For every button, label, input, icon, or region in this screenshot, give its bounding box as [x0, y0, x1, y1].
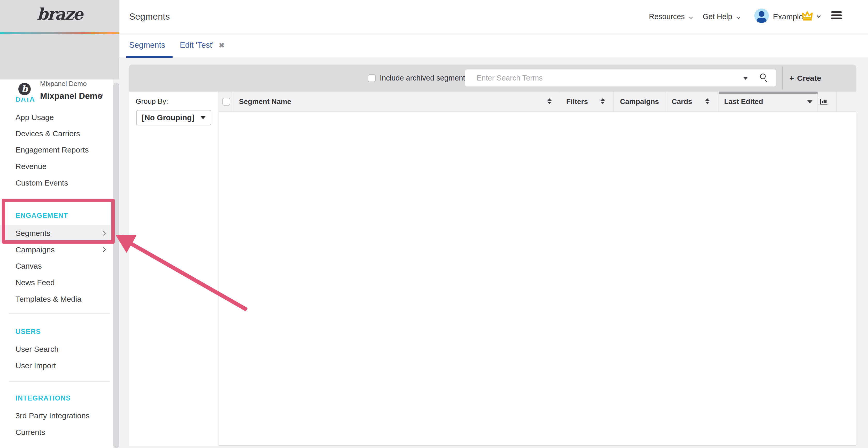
sidebar-item-devices-carriers[interactable]: Devices & Carriers — [0, 126, 113, 142]
sidebar-section-users: USERS — [16, 323, 41, 340]
toolbar-divider — [782, 67, 783, 90]
bar-chart-icon[interactable] — [819, 97, 828, 106]
resources-menu[interactable]: Resources — [649, 12, 691, 21]
sidebar-item-3rd-party-integrations[interactable]: 3rd Party Integrations — [0, 408, 113, 424]
avatar-head — [759, 11, 765, 17]
user-avatar[interactable] — [754, 8, 769, 23]
active-tab-underline — [126, 56, 173, 58]
user-name: Example — [773, 12, 803, 21]
logo-block: braze — [0, 0, 119, 32]
top-header: Segments Resources Get Help Example — [119, 0, 868, 34]
create-segment-button[interactable]: +Create Segment — [789, 65, 856, 92]
sidebar-section-engagement: ENGAGEMENT — [16, 207, 68, 224]
chevron-down-icon — [737, 15, 740, 19]
sidebar-item-engagement-reports[interactable]: Engagement Reports — [0, 142, 113, 158]
avatar-body — [757, 18, 767, 23]
sidebar-item-news-feed[interactable]: News Feed — [0, 274, 113, 291]
group-by-panel: Group By: [No Grouping] — [129, 92, 219, 446]
close-icon[interactable]: ✖ — [219, 41, 225, 49]
sidebar-item-user-search[interactable]: User Search — [0, 341, 113, 357]
table-header: Segment Name Filters Campaigns Cards Las… — [219, 92, 856, 112]
search-icon[interactable] — [760, 74, 766, 79]
chevron-right-icon — [101, 231, 106, 235]
sidebar-item-revenue[interactable]: Revenue — [0, 158, 113, 175]
workspace-switcher[interactable]: b Mixpanel Demo Mixpanel Demo — [0, 34, 119, 79]
column-cards[interactable]: Cards — [672, 92, 692, 112]
chevron-down-icon — [200, 116, 206, 119]
sidebar-item-templates-media[interactable]: Templates & Media — [0, 291, 113, 307]
workspace-avatar: b — [16, 80, 33, 98]
sidebar-item-app-usage[interactable]: App Usage — [0, 109, 113, 126]
search-box — [465, 69, 776, 87]
sidebar-item-segments[interactable]: Segments — [0, 225, 113, 242]
sidebar-divider — [9, 313, 110, 314]
plus-icon: + — [789, 74, 794, 82]
tab-bar: Segments Edit 'Test'✖ — [119, 34, 868, 58]
segments-toolbar: Include archived segments +Create Segmen… — [129, 65, 856, 92]
tab-edit-test[interactable]: Edit 'Test'✖ — [180, 40, 224, 50]
chevron-down-icon — [817, 14, 821, 18]
sidebar-item-campaigns[interactable]: Campaigns — [0, 242, 113, 258]
search-input[interactable] — [476, 69, 743, 87]
sort-icon[interactable] — [548, 98, 552, 104]
column-filters[interactable]: Filters — [566, 92, 588, 112]
chevron-down-icon — [689, 15, 692, 19]
sidebar-item-custom-events[interactable]: Custom Events — [0, 175, 113, 191]
sidebar-item-canvas[interactable]: Canvas — [0, 258, 113, 274]
column-divider — [817, 92, 818, 112]
hamburger-menu-icon[interactable] — [831, 11, 842, 21]
sidebar-divider — [9, 381, 110, 382]
sort-desc-icon[interactable] — [807, 100, 812, 103]
chevron-right-icon — [101, 247, 106, 252]
column-segment-name[interactable]: Segment Name — [239, 92, 291, 112]
page-title: Segments — [129, 11, 170, 22]
include-archived-label: Include archived segments — [380, 65, 469, 92]
segments-content-card: Include archived segments +Create Segmen… — [129, 65, 856, 446]
workspace-name: Mixpanel Demo — [40, 91, 102, 101]
group-by-label: Group By: — [135, 97, 168, 106]
column-divider — [614, 92, 614, 112]
crown-icon — [801, 11, 813, 21]
column-divider — [719, 92, 719, 112]
sort-icon[interactable] — [601, 98, 605, 104]
search-dropdown-caret-icon[interactable] — [743, 77, 748, 80]
sidebar-item-user-import[interactable]: User Import — [0, 357, 113, 374]
column-last-edited[interactable]: Last Edited — [724, 92, 763, 112]
workspace-company-label: Mixpanel Demo — [40, 80, 87, 88]
select-all-checkbox[interactable] — [222, 98, 230, 106]
braze-logo: braze — [0, 5, 119, 24]
sidebar-section-integrations: INTEGRATIONS — [16, 390, 71, 407]
include-archived-checkbox[interactable] — [368, 74, 376, 82]
group-by-dropdown[interactable]: [No Grouping] — [136, 110, 211, 126]
sidebar-scrollbar-thumb[interactable] — [114, 82, 119, 448]
column-divider — [560, 92, 560, 112]
column-campaigns[interactable]: Campaigns — [620, 92, 659, 112]
sort-icon[interactable] — [705, 98, 709, 104]
tab-segments[interactable]: Segments — [129, 40, 165, 50]
get-help-menu[interactable]: Get Help — [703, 12, 739, 21]
sidebar-item-currents[interactable]: Currents — [0, 424, 113, 441]
